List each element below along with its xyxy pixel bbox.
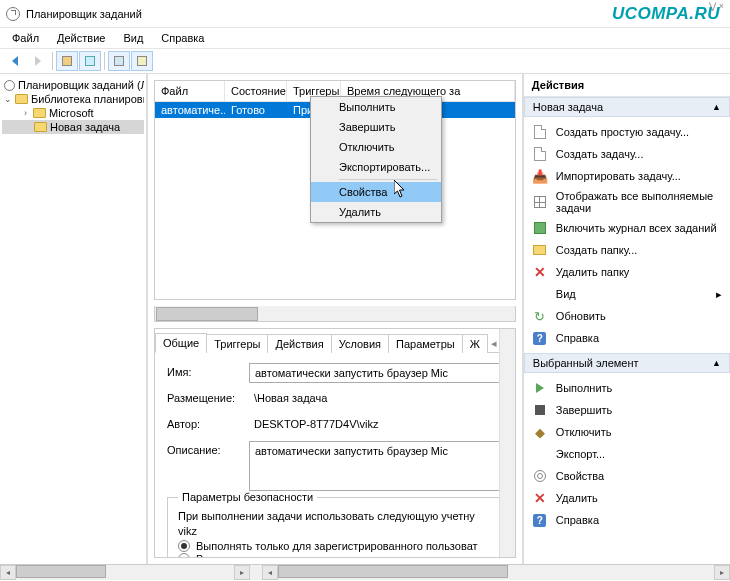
menu-help[interactable]: Справка — [153, 30, 212, 46]
app-icon — [6, 7, 20, 21]
action-create-basic[interactable]: Создать простую задачу... — [524, 121, 730, 143]
grid-icon — [534, 196, 546, 208]
scroll-thumb[interactable] — [278, 565, 508, 578]
actions-panel: Действия Новая задача ▲ Создать простую … — [524, 74, 730, 564]
expand-icon: ▸ — [716, 288, 722, 301]
opt-not-logged[interactable]: Выполнять вне зависимости от регистрации… — [178, 553, 492, 557]
cm-export[interactable]: Экспортировать... — [311, 157, 441, 177]
scroll-left-button[interactable]: ◂ — [0, 565, 16, 580]
context-menu: Выполнить Завершить Отключить Экспортиро… — [310, 96, 442, 223]
disable-icon: ◆ — [532, 424, 548, 440]
location-value: \Новая задача — [249, 389, 503, 409]
name-field[interactable]: автоматически запустить браузер Mic — [249, 363, 503, 383]
folder-icon — [34, 122, 47, 132]
v-scrollbar[interactable] — [499, 329, 515, 557]
help-icon: ? — [533, 332, 546, 345]
collapse-icon[interactable]: ▲ — [712, 358, 721, 368]
tab-triggers[interactable]: Триггеры — [206, 334, 268, 353]
name-label: Имя: — [167, 363, 249, 378]
tree-library[interactable]: ⌄ Библиотека планировщ — [2, 92, 144, 106]
action-export[interactable]: Экспорт... — [524, 443, 730, 465]
toolbar — [0, 48, 730, 74]
expander-icon[interactable]: ⌄ — [4, 95, 12, 104]
collapse-icon[interactable]: ▲ — [712, 102, 721, 112]
action-view[interactable]: Вид▸ — [524, 283, 730, 305]
folder-icon — [533, 245, 546, 255]
document-icon — [534, 125, 546, 139]
action-run[interactable]: Выполнить — [524, 377, 730, 399]
properties-icon — [534, 470, 546, 482]
window-title: Планировщик заданий — [26, 8, 142, 20]
menu-action[interactable]: Действие — [49, 30, 113, 46]
tab-history[interactable]: Ж — [462, 334, 488, 353]
action-end[interactable]: Завершить — [524, 399, 730, 421]
action-new-folder[interactable]: Создать папку... — [524, 239, 730, 261]
folder-icon — [33, 108, 46, 118]
scroll-right-button[interactable]: ▸ — [234, 565, 250, 580]
action-show-running[interactable]: Отображать все выполняемые задачи — [524, 187, 730, 217]
action-refresh[interactable]: ↻Обновить — [524, 305, 730, 327]
col-name[interactable]: Файл — [155, 81, 225, 101]
tab-settings[interactable]: Параметры — [388, 334, 463, 353]
cm-properties[interactable]: Свойства — [311, 182, 441, 202]
col-state[interactable]: Состояние — [225, 81, 287, 101]
tab-strip: Общие Триггеры Действия Условия Параметр… — [155, 329, 515, 353]
menu-view[interactable]: Вид — [115, 30, 151, 46]
expander-icon[interactable]: › — [21, 109, 30, 118]
cm-disable[interactable]: Отключить — [311, 137, 441, 157]
actions-group-2[interactable]: Выбранный элемент ▲ — [524, 353, 730, 373]
tab-general[interactable]: Общие — [155, 333, 207, 353]
security-fieldset: Параметры безопасности При выполнении за… — [167, 497, 503, 557]
h-scrollbar[interactable] — [154, 306, 516, 322]
tree-microsoft[interactable]: › Microsoft — [2, 106, 144, 120]
cm-delete[interactable]: Удалить — [311, 202, 441, 222]
action-disable[interactable]: ◆Отключить — [524, 421, 730, 443]
journal-icon — [534, 222, 546, 234]
toolbar-btn-3[interactable] — [108, 51, 130, 71]
back-button[interactable] — [4, 51, 26, 71]
forward-button — [27, 51, 49, 71]
location-label: Размещение: — [167, 389, 249, 404]
tab-conditions[interactable]: Условия — [331, 334, 389, 353]
opt-logged-on[interactable]: Выполнять только для зарегистрированного… — [178, 540, 492, 552]
watermark: UCOMPA.RU — [612, 4, 720, 24]
action-delete-folder[interactable]: ✕Удалить папку — [524, 261, 730, 283]
run-as-label: При выполнении задачи использовать следу… — [178, 510, 492, 522]
detail-panel: Общие Триггеры Действия Условия Параметр… — [154, 328, 516, 558]
action-enable-log[interactable]: Включить журнал всех заданий — [524, 217, 730, 239]
actions-header: Действия — [524, 74, 730, 97]
radio-icon — [178, 540, 190, 552]
cursor-icon — [394, 180, 408, 201]
actions-group-1[interactable]: Новая задача ▲ — [524, 97, 730, 117]
menubar: Файл Действие Вид Справка — [0, 28, 730, 48]
action-properties[interactable]: Свойства — [524, 465, 730, 487]
action-import[interactable]: 📥Импортировать задачу... — [524, 165, 730, 187]
action-help[interactable]: ?Справка — [524, 327, 730, 349]
action-help-2[interactable]: ?Справка — [524, 509, 730, 531]
radio-icon — [178, 553, 190, 557]
toolbar-btn-2[interactable] — [79, 51, 101, 71]
tree-new-task[interactable]: Новая задача — [2, 120, 144, 134]
tree-root[interactable]: Планировщик заданий (Лок — [2, 78, 144, 92]
scroll-right-button-2[interactable]: ▸ — [714, 565, 730, 580]
cm-end[interactable]: Завершить — [311, 117, 441, 137]
action-create[interactable]: Создать задачу... — [524, 143, 730, 165]
tab-actions[interactable]: Действия — [267, 334, 331, 353]
author-value: DESKTOP-8T77D4V\vikz — [249, 415, 503, 435]
scroll-left-button-2[interactable]: ◂ — [262, 565, 278, 580]
description-label: Описание: — [167, 441, 249, 456]
toolbar-btn-1[interactable] — [56, 51, 78, 71]
action-delete[interactable]: ✕Удалить — [524, 487, 730, 509]
document-icon — [534, 147, 546, 161]
scheduler-icon — [4, 80, 15, 91]
description-field[interactable]: автоматически запустить браузер Mic — [249, 441, 503, 491]
cm-run[interactable]: Выполнить — [311, 97, 441, 117]
bottom-scrollbar[interactable]: ◂ ▸ ◂ ▸ — [0, 564, 730, 580]
folder-icon — [15, 94, 28, 104]
play-icon — [536, 383, 544, 393]
toolbar-btn-4[interactable] — [131, 51, 153, 71]
security-legend: Параметры безопасности — [178, 491, 317, 503]
author-label: Автор: — [167, 415, 249, 430]
menu-file[interactable]: Файл — [4, 30, 47, 46]
scroll-thumb[interactable] — [16, 565, 106, 578]
